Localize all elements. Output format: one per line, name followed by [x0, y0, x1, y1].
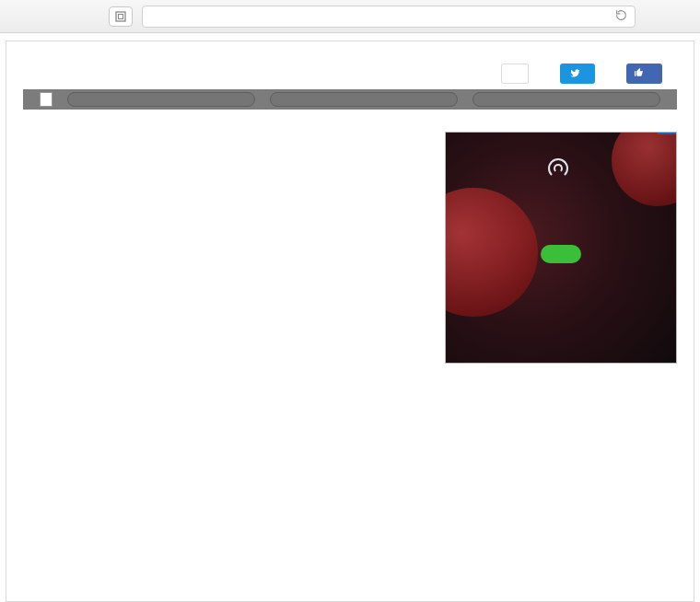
vpn-ad[interactable] — [445, 132, 677, 364]
social-buttons — [23, 64, 677, 84]
svg-rect-0 — [116, 12, 125, 21]
nav-link-about-my-ip[interactable] — [270, 92, 458, 107]
reload-icon[interactable] — [615, 9, 627, 24]
page-body — [6, 41, 694, 602]
ad-cta-button[interactable] — [541, 245, 581, 263]
reader-mode-button[interactable] — [109, 6, 133, 27]
ads-by-google-badge[interactable] — [40, 92, 52, 107]
svg-rect-1 — [119, 14, 123, 18]
thumb-up-icon — [634, 67, 644, 80]
tweet-button[interactable] — [560, 64, 595, 84]
ad-badge-label — [658, 133, 665, 134]
twitter-icon — [569, 67, 581, 81]
ad-close-icon[interactable] — [665, 133, 676, 134]
browser-chrome — [0, 0, 700, 33]
nordvpn-icon — [548, 158, 568, 179]
ad-badge — [658, 133, 676, 134]
google-plus-button[interactable] — [501, 64, 529, 84]
nav-link-whats-my-ip[interactable] — [472, 92, 660, 107]
ad-nav-bar — [23, 89, 677, 110]
address-bar[interactable] — [142, 6, 636, 28]
nav-link-host-ip[interactable] — [67, 92, 255, 107]
facebook-like-button[interactable] — [626, 64, 662, 84]
